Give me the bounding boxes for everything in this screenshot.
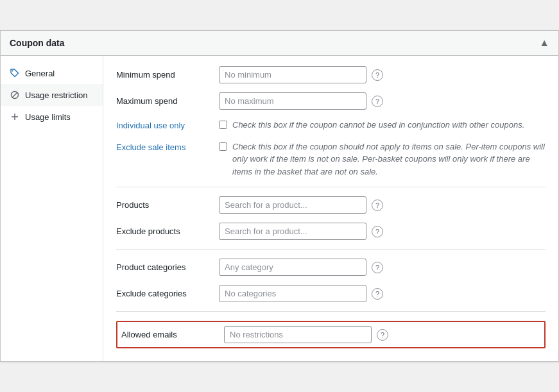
product-categories-row: Product categories ? xyxy=(116,259,546,276)
exclude-products-row: Exclude products ? xyxy=(116,223,546,240)
exclude-products-field: ? xyxy=(219,223,546,240)
product-categories-label: Product categories xyxy=(116,259,219,272)
block-icon xyxy=(10,90,20,100)
individual-use-row: Individual use only Check this box if th… xyxy=(116,119,546,132)
divider-3 xyxy=(116,311,546,312)
allowed-emails-label: Allowed emails xyxy=(121,326,224,339)
maximum-spend-row: Maximum spend ? xyxy=(116,92,546,110)
exclude-sale-field: Check this box if the coupon should not … xyxy=(219,141,546,178)
coupon-data-panel: Coupon data ▲ General xyxy=(0,30,559,362)
exclude-products-input[interactable] xyxy=(219,223,366,240)
maximum-spend-field: ? xyxy=(219,92,546,110)
exclude-products-label: Exclude products xyxy=(116,223,219,236)
minimum-spend-label: Minimum spend xyxy=(116,66,219,80)
maximum-spend-input[interactable] xyxy=(219,92,366,110)
exclude-sale-label: Exclude sale items xyxy=(116,141,219,152)
allowed-emails-help-icon[interactable]: ? xyxy=(377,329,388,341)
products-row: Products ? xyxy=(116,196,546,214)
sidebar-item-usage-restriction-label: Usage restriction xyxy=(25,90,88,100)
allowed-emails-highlighted: Allowed emails ? xyxy=(116,321,546,348)
products-field: ? xyxy=(219,196,546,214)
tag-icon xyxy=(10,68,20,78)
exclude-categories-field: ? xyxy=(219,285,546,302)
allowed-emails-input[interactable] xyxy=(224,326,372,343)
product-categories-input[interactable] xyxy=(219,259,366,276)
minimum-spend-row: Minimum spend ? xyxy=(116,66,546,83)
product-categories-field: ? xyxy=(219,259,546,276)
allowed-emails-row: Allowed emails ? xyxy=(121,326,540,343)
maximum-spend-label: Maximum spend xyxy=(116,92,219,106)
individual-use-label: Individual use only xyxy=(116,119,219,130)
svg-line-2 xyxy=(12,92,17,98)
exclude-categories-row: Exclude categories ? xyxy=(116,285,546,302)
svg-point-0 xyxy=(12,71,13,72)
products-label: Products xyxy=(116,196,219,210)
panel-title: Coupon data xyxy=(10,38,65,48)
exclude-products-help-icon[interactable]: ? xyxy=(372,226,383,237)
sidebar-item-general[interactable]: General xyxy=(1,62,103,84)
sidebar-item-usage-limits[interactable]: Usage limits xyxy=(1,106,103,128)
sidebar: General Usage restriction xyxy=(1,56,103,361)
exclude-sale-row: Exclude sale items Check this box if the… xyxy=(116,141,546,178)
minimum-spend-help-icon[interactable]: ? xyxy=(372,69,383,81)
exclude-categories-input[interactable] xyxy=(219,285,366,302)
exclude-categories-help-icon[interactable]: ? xyxy=(372,288,383,300)
product-categories-help-icon[interactable]: ? xyxy=(372,262,383,273)
maximum-spend-help-icon[interactable]: ? xyxy=(372,96,383,107)
products-input[interactable] xyxy=(219,196,366,214)
panel-body: General Usage restriction xyxy=(1,56,558,361)
main-content: Minimum spend ? Maximum spend ? Individu… xyxy=(103,56,558,361)
panel-header: Coupon data ▲ xyxy=(1,31,558,56)
panel-toggle-button[interactable]: ▲ xyxy=(539,37,549,49)
sidebar-item-usage-limits-label: Usage limits xyxy=(25,112,71,122)
exclude-sale-description: Check this box if the coupon should not … xyxy=(232,141,546,178)
minimum-spend-input[interactable] xyxy=(219,66,366,83)
divider-2 xyxy=(116,249,546,250)
exclude-categories-label: Exclude categories xyxy=(116,285,219,298)
exclude-sale-checkbox[interactable] xyxy=(219,142,227,151)
products-help-icon[interactable]: ? xyxy=(372,200,383,211)
individual-use-field: Check this box if the coupon cannot be u… xyxy=(219,119,546,132)
minimum-spend-field: ? xyxy=(219,66,546,83)
plus-icon xyxy=(10,112,20,122)
sidebar-item-usage-restriction[interactable]: Usage restriction xyxy=(1,84,103,106)
individual-use-checkbox[interactable] xyxy=(219,121,227,129)
sidebar-item-general-label: General xyxy=(25,69,55,78)
allowed-emails-field: ? xyxy=(224,326,540,343)
divider-1 xyxy=(116,187,546,187)
individual-use-description: Check this box if the coupon cannot be u… xyxy=(232,119,524,132)
